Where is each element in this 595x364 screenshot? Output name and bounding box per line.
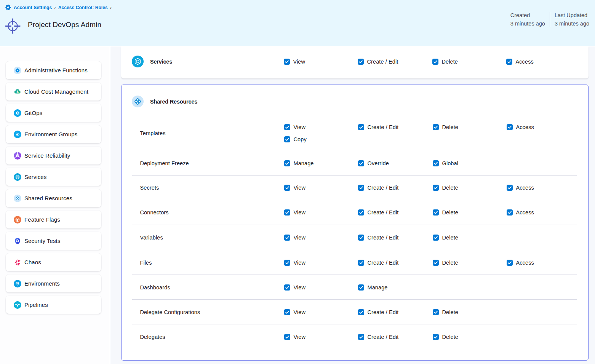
- svg-text:$: $: [16, 89, 19, 93]
